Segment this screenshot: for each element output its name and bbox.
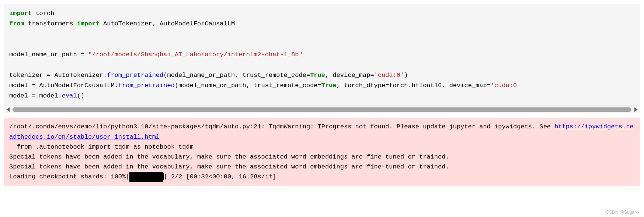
horizontal-scrollbar[interactable] [4, 106, 640, 113]
function-call: eval [62, 92, 77, 99]
code-text: , device_map= [325, 72, 374, 79]
code-text: (model_name_or_path, trust_remote_code= [163, 72, 310, 79]
scroll-thumb[interactable] [13, 107, 631, 112]
function-call: from_pretrained [107, 72, 163, 79]
boolean-literal: True [321, 82, 337, 89]
string-literal: 'cuda:0 [491, 82, 517, 89]
warning-text: Special tokens have been added in the vo… [9, 163, 449, 170]
keyword-import: import [9, 10, 32, 17]
code-text: (model_name_or_path, trust_remote_code= [175, 82, 321, 89]
code-text: tokenizer = AutoTokenizer. [9, 72, 107, 79]
code-cell[interactable]: import torch from transformers import Au… [4, 4, 640, 106]
scroll-left-icon[interactable] [6, 107, 10, 112]
boolean-literal: True [310, 72, 325, 79]
code-text: ) [404, 72, 408, 79]
function-call: from_pretrained [118, 82, 175, 89]
string-literal: "/root/models/Shanghai_AI_Laboratory/int… [88, 51, 303, 58]
code-text: () [77, 92, 84, 99]
code-text: transformers [24, 20, 77, 27]
warning-text: from .autonotebook import tqdm as notebo… [9, 143, 194, 150]
warning-text: Special tokens have been added in the vo… [9, 153, 449, 160]
scroll-right-icon[interactable] [634, 107, 638, 112]
warning-text: /root/.conda/envs/demo/lib/python3.10/si… [9, 123, 554, 130]
code-text: , torch_dtype=torch.bfloat16, device_map… [337, 82, 491, 89]
code-text: AutoTokenizer, AutoModelForCausalLM [100, 20, 235, 27]
code-text: model = AutoModelForCausalLM. [9, 82, 118, 89]
progress-text: | 2/2 [00:32<00:00, 16.28s/it] [163, 173, 276, 180]
keyword-from: from [9, 20, 24, 27]
progress-text: Loading checkpoint shards: 100%| [9, 173, 129, 180]
keyword-import: import [77, 20, 100, 27]
code-text: model_name_or_path = [9, 51, 88, 58]
string-literal: 'cuda:0' [374, 72, 404, 79]
code-text: torch [32, 10, 54, 17]
output-cell: /root/.conda/envs/demo/lib/python3.10/si… [4, 118, 640, 186]
code-text: model = model. [9, 92, 62, 99]
progress-bar-fill: ██████████ [129, 172, 163, 182]
